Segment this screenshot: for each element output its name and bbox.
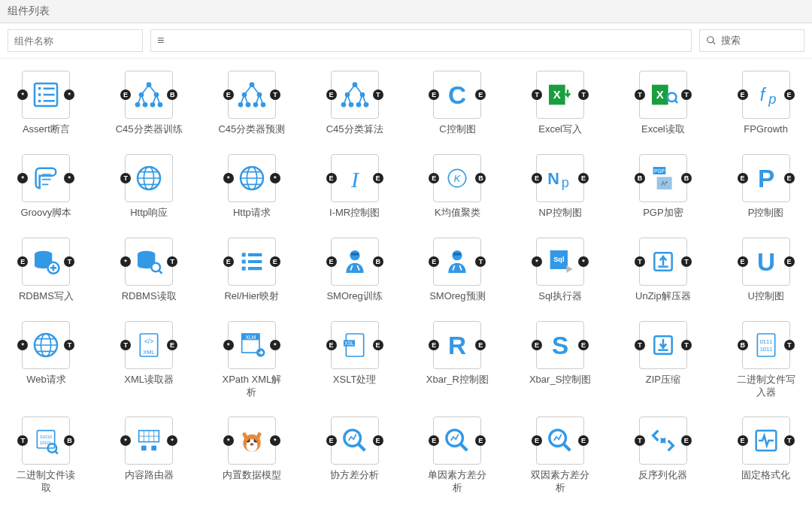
component-item[interactable]: EBC45分类器训练 (111, 71, 188, 136)
port-badge-left: E (429, 435, 439, 446)
unzip-icon: TT (639, 238, 687, 286)
component-item[interactable]: *TRDBMS读取 (111, 238, 188, 303)
port-badge-right: E (270, 256, 280, 267)
component-label: C45分类器预测 (218, 123, 285, 136)
component-item[interactable]: fpEEFPGrowth (727, 71, 804, 136)
port-badge-left: * (223, 173, 234, 183)
tree-icon: EB (125, 71, 173, 119)
svg-rect-54 (453, 253, 461, 255)
port-badge-left: * (532, 256, 542, 267)
component-item[interactable]: KEBK均值聚类 (419, 154, 496, 220)
component-item[interactable]: PEEP控制图 (727, 154, 804, 220)
component-item[interactable]: THttp响应 (111, 154, 188, 220)
component-item[interactable]: TE反序列化器 (625, 417, 702, 495)
component-item[interactable]: TTZIP压缩 (625, 321, 702, 399)
magnify-icon: EE (331, 417, 379, 465)
component-item[interactable]: NpEENP控制图 (522, 154, 599, 220)
component-label: 反序列化器 (638, 469, 687, 482)
router-icon: ** (125, 417, 173, 465)
component-item[interactable]: 0101010101TB二进制文件读取 (8, 417, 85, 495)
port-badge-left: E (326, 340, 337, 350)
component-item[interactable]: IEEI-MR控制图 (316, 154, 393, 220)
port-badge-right: T (681, 89, 692, 100)
r-icon: REE (433, 321, 481, 369)
s-icon: SEE (536, 321, 584, 369)
component-item[interactable]: PGPA*BBPGP加密 (625, 154, 702, 220)
port-badge-left: E (326, 256, 337, 267)
component-item[interactable]: XTTExcel读取 (625, 71, 702, 136)
component-item[interactable]: EE协方差分析 (316, 417, 393, 495)
port-badge-right: B (475, 173, 486, 183)
svg-point-53 (453, 250, 462, 260)
component-item[interactable]: Sql**Sql执行器 (522, 238, 599, 303)
port-badge-left: * (223, 435, 234, 446)
component-item[interactable]: *TWeb请求 (8, 321, 85, 399)
search-button[interactable]: 搜索 (699, 29, 804, 52)
port-badge-right: E (784, 256, 795, 267)
port-badge-right: T (784, 340, 795, 350)
svg-point-51 (350, 250, 359, 260)
port-badge-left: B (738, 340, 748, 350)
port-badge-left: E (223, 89, 234, 100)
component-item[interactable]: **Http请求 (214, 154, 291, 220)
svg-text:R: R (448, 331, 466, 359)
component-item[interactable]: ETSMOreg预测 (419, 238, 496, 303)
component-item[interactable]: ET固定格式化 (727, 417, 804, 495)
xml-icon: </>XMLTE (125, 321, 173, 369)
component-item[interactable]: ETC45分类算法 (316, 71, 393, 136)
port-badge-right: * (64, 173, 74, 183)
component-label: Sql执行器 (538, 290, 582, 303)
component-item[interactable]: **Assert断言 (8, 71, 85, 136)
p-icon: PEE (742, 154, 790, 202)
component-item[interactable]: EE单因素方差分析 (419, 417, 496, 495)
port-badge-right: E (475, 340, 486, 350)
component-label: 固定格式化 (741, 469, 790, 482)
component-label: UnZip解压器 (635, 290, 691, 303)
component-item[interactable]: EE双因素方差分析 (522, 417, 599, 495)
component-label: SMOreg训练 (326, 290, 382, 303)
component-label: P控制图 (748, 207, 784, 220)
component-label: 二进制文件写入器 (732, 374, 800, 399)
port-badge-right: B (167, 89, 177, 100)
component-item[interactable]: 01111011BT二进制文件写入器 (727, 321, 804, 399)
category-dropdown[interactable] (150, 29, 692, 52)
port-badge-right: E (784, 173, 795, 183)
port-badge-right: * (167, 435, 177, 446)
component-item[interactable]: ETRDBMS写入 (8, 238, 85, 303)
component-item[interactable]: XSLEEXSLT处理 (316, 321, 393, 399)
svg-rect-48 (242, 253, 246, 256)
component-item[interactable]: XTTExcel写入 (522, 71, 599, 136)
db-plus-icon: ET (22, 238, 70, 286)
component-item[interactable]: SEEXbar_S控制图 (522, 321, 599, 399)
port-badge-left: E (326, 89, 337, 100)
port-badge-left: T (635, 435, 645, 446)
xsl-icon: XSLEE (331, 321, 379, 369)
name-input[interactable] (8, 29, 143, 52)
component-item[interactable]: EBSMOreg训练 (316, 238, 393, 303)
component-item[interactable]: EERel/Hier映射 (214, 238, 291, 303)
search-bar: 搜索 (0, 23, 812, 59)
component-item[interactable]: TTUnZip解压器 (625, 238, 702, 303)
component-item[interactable]: **内容路由器 (111, 417, 188, 495)
component-item[interactable]: ETC45分类器预测 (214, 71, 291, 136)
svg-text:0111: 0111 (759, 338, 772, 345)
port-badge-right: B (373, 256, 383, 267)
component-item[interactable]: **Groovy脚本 (8, 154, 85, 220)
panel-title: 组件列表 (0, 0, 812, 23)
component-label: RDBMS读取 (122, 290, 177, 303)
component-label: Xbar_S控制图 (529, 374, 591, 386)
component-label: XPath XML解析 (218, 374, 286, 399)
component-item[interactable]: XLM**XPath XML解析 (214, 321, 291, 399)
component-item[interactable]: **内置数据模型 (214, 417, 291, 495)
component-item[interactable]: REEXbar_R控制图 (419, 321, 496, 399)
port-badge-right: T (578, 89, 589, 100)
component-item[interactable]: </>XMLTEXML读取器 (111, 321, 188, 399)
port-badge-left: E (738, 89, 748, 100)
component-label: C控制图 (439, 123, 475, 136)
component-item[interactable]: CEEC控制图 (419, 71, 496, 136)
svg-point-86 (250, 444, 253, 446)
globe-icon: ** (228, 154, 276, 202)
component-label: Excel写入 (538, 123, 582, 136)
component-item[interactable]: UEEU控制图 (727, 238, 804, 303)
svg-text:01010: 01010 (40, 435, 53, 439)
